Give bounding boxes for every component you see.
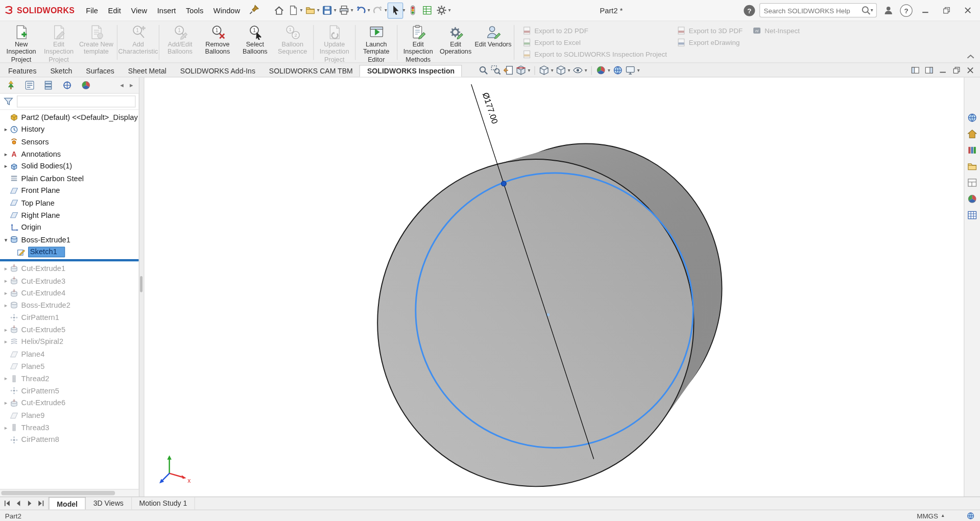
launch-template-editor-button[interactable]: Launch Template Editor	[357, 22, 395, 62]
select-dropdown-icon[interactable]: ▾	[402, 8, 405, 13]
tree-item-helix-spiral2[interactable]: ▸Helix/Spiral2	[0, 336, 139, 348]
tree-item-cut-extrude3[interactable]: ▸Cut-Extrude3	[0, 275, 139, 287]
tree-item-boss-extrude2[interactable]: ▸Boss-Extrude2	[0, 299, 139, 311]
units-dropdown-icon[interactable]: ▲	[941, 513, 945, 518]
manager-tabs-scroll-left-icon[interactable]: ◀	[120, 83, 124, 88]
tree-item-thread2[interactable]: ▸Thread2	[0, 373, 139, 385]
edit-operations-button[interactable]: Edit Operations	[437, 22, 474, 62]
units-selector[interactable]: MMGS ▲	[917, 512, 945, 519]
new-inspection-project-button[interactable]: New Inspection Project	[3, 22, 40, 62]
tree-item-cirpattern8[interactable]: ▸CirPattern8	[0, 434, 139, 446]
next-tab-icon[interactable]	[25, 499, 35, 508]
expand-arrow-icon[interactable]: ▸	[3, 290, 9, 296]
feature-manager-tab-icon[interactable]	[6, 80, 16, 91]
sketch-point[interactable]	[501, 181, 507, 186]
tree-filter-input[interactable]	[17, 95, 136, 107]
design-library-icon[interactable]	[967, 145, 977, 156]
tab-features[interactable]: Features	[1, 66, 43, 77]
section-view-dropdown-icon[interactable]: ▾	[528, 67, 530, 73]
tree-item-annotations[interactable]: ▸Annotations	[0, 148, 139, 160]
expand-arrow-icon[interactable]: ▸	[3, 278, 9, 284]
help-bubble-icon[interactable]: ?	[744, 5, 755, 16]
tree-item-solid-bodies[interactable]: ▸Solid Bodies(1)	[0, 160, 139, 172]
save-dropdown-icon[interactable]: ▾	[334, 8, 337, 13]
tab-solidworks-cam-tbm[interactable]: SOLIDWORKS CAM TBM	[262, 66, 360, 77]
tree-item-cirpattern1[interactable]: ▸CirPattern1	[0, 311, 139, 324]
tree-item-front-plane[interactable]: ▸Front Plane	[0, 185, 139, 197]
expand-arrow-icon[interactable]: ▸	[3, 151, 9, 157]
help-icon[interactable]: ?	[900, 4, 912, 16]
close-button[interactable]	[960, 3, 976, 18]
tab-solidworks-inspection[interactable]: SOLIDWORKS Inspection	[360, 65, 462, 77]
options-dropdown-icon[interactable]: ▾	[448, 8, 451, 13]
view-settings-dropdown-icon[interactable]: ▾	[637, 67, 640, 73]
splitter-grip[interactable]	[140, 276, 142, 292]
pane-right-icon[interactable]	[924, 66, 934, 75]
section-view-icon[interactable]	[516, 65, 527, 76]
view-settings-icon[interactable]	[625, 65, 636, 76]
open-dropdown-icon[interactable]: ▾	[317, 8, 320, 13]
save-button[interactable]	[320, 3, 334, 18]
pane-left-icon[interactable]	[911, 66, 920, 75]
display-style-icon[interactable]	[556, 65, 566, 76]
configuration-manager-tab-icon[interactable]	[43, 80, 54, 91]
dimxpert-manager-tab-icon[interactable]	[62, 80, 73, 91]
tab-sketch[interactable]: Sketch	[43, 66, 79, 77]
collapse-arrow-icon[interactable]: ▾	[3, 237, 9, 243]
tree-item-boss-extrude1[interactable]: ▾Boss-Extrude1	[0, 234, 139, 246]
tree-item-plane4[interactable]: ▸Plane4	[0, 348, 139, 360]
tab-model[interactable]: Model	[49, 497, 85, 509]
tab-3d-views[interactable]: 3D Views	[86, 497, 132, 509]
doc-minimize-icon[interactable]	[938, 66, 947, 75]
doc-close-icon[interactable]	[966, 66, 975, 75]
home-button[interactable]	[272, 3, 286, 18]
expand-arrow-icon[interactable]: ▸	[3, 376, 9, 382]
tree-horizontal-scrollbar[interactable]	[0, 489, 139, 497]
edit-vendors-button[interactable]: Edit Vendors	[474, 22, 512, 62]
apply-scene-icon[interactable]	[613, 65, 624, 76]
expand-arrow-icon[interactable]: ▸	[3, 265, 9, 271]
new-document-button[interactable]	[286, 3, 301, 18]
edit-appearance-icon[interactable]	[596, 65, 607, 76]
tree-root[interactable]: ▸Part2 (Default) <<Default>_Display S	[0, 111, 139, 123]
menu-insert[interactable]: Insert	[152, 6, 181, 15]
user-account-icon[interactable]	[881, 3, 896, 18]
3dexperience-icon[interactable]	[967, 112, 977, 123]
undo-dropdown-icon[interactable]: ▾	[368, 8, 370, 13]
tab-solidworks-add-ins[interactable]: SOLIDWORKS Add-Ins	[173, 66, 262, 77]
previous-view-icon[interactable]	[504, 65, 514, 76]
zoom-to-fit-icon[interactable]	[479, 65, 489, 76]
tree-item-plane9[interactable]: ▸Plane9	[0, 409, 139, 421]
dimension-text[interactable]: Ø177.00	[481, 91, 500, 125]
rebuild-button[interactable]	[406, 3, 420, 18]
select-tool-button[interactable]	[388, 2, 403, 18]
expand-arrow-icon[interactable]: ▸	[3, 302, 9, 308]
menu-tools[interactable]: Tools	[181, 6, 208, 15]
property-manager-tab-icon[interactable]	[25, 80, 35, 91]
appearances-icon[interactable]	[967, 193, 977, 204]
tree-item-material[interactable]: ▸Plain Carbon Steel	[0, 172, 139, 185]
tab-motion-study-1[interactable]: Motion Study 1	[132, 497, 195, 509]
view-orientation-dropdown-icon[interactable]: ▾	[551, 67, 554, 73]
hide-show-items-icon[interactable]	[573, 65, 584, 76]
scrollbar-thumb[interactable]	[1, 491, 115, 495]
tree-item-cut-extrude5[interactable]: ▸Cut-Extrude5	[0, 324, 139, 336]
expand-arrow-icon[interactable]: ▸	[3, 400, 9, 406]
tree-item-sketch1[interactable]: Sketch1	[0, 246, 139, 258]
menu-edit[interactable]: Edit	[103, 6, 126, 15]
last-tab-icon[interactable]	[36, 499, 46, 508]
tree-item-sensors[interactable]: ▸Sensors	[0, 136, 139, 148]
remove-balloons-button[interactable]: Remove Balloons	[199, 22, 236, 62]
home-tab-icon[interactable]	[967, 129, 977, 139]
view-palette-icon[interactable]	[967, 178, 977, 188]
tab-sheet-metal[interactable]: Sheet Metal	[121, 66, 173, 77]
menu-file[interactable]: File	[81, 6, 103, 15]
expand-arrow-icon[interactable]: ▸	[3, 339, 9, 345]
select-balloons-button[interactable]: Select Balloons	[236, 22, 274, 62]
previous-tab-icon[interactable]	[13, 499, 24, 508]
open-button[interactable]	[303, 3, 318, 18]
tree-item-cut-extrude4[interactable]: ▸Cut-Extrude4	[0, 287, 139, 299]
expand-arrow-icon[interactable]: ▸	[3, 163, 9, 169]
edit-inspection-methods-button[interactable]: Edit Inspection Methods	[399, 22, 437, 62]
status-globe-icon[interactable]	[966, 511, 975, 520]
